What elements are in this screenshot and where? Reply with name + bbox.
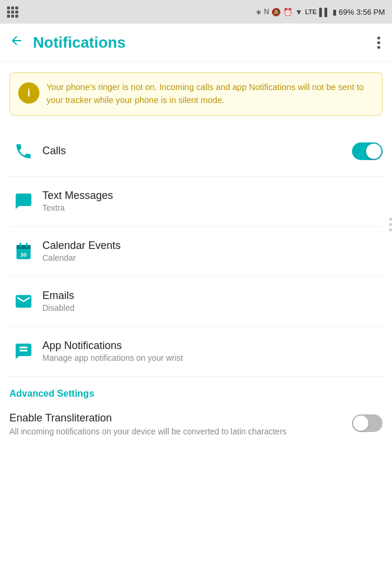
battery-percent: 69% <box>339 8 354 16</box>
signal-icon: ▌▌ <box>319 8 330 16</box>
text-messages-subtitle: Textra <box>42 203 383 212</box>
n-icon: N <box>264 8 270 16</box>
back-button[interactable] <box>9 34 24 51</box>
calls-title: Calls <box>42 145 352 157</box>
scrollbar-dot <box>389 223 392 226</box>
transliteration-title: Enable Transliteration <box>9 412 343 424</box>
svg-text:30: 30 <box>21 252 26 258</box>
scrollbar-dot <box>389 228 392 231</box>
calls-icon <box>9 137 38 165</box>
emails-subtitle: Disabled <box>42 303 383 313</box>
transliteration-subtitle: All incoming notifications on your devic… <box>9 426 343 438</box>
warning-banner: i Your phone's ringer is not on. Incomin… <box>9 72 383 116</box>
battery-icon: ▮ <box>333 8 337 16</box>
calls-toggle-thumb <box>366 144 381 159</box>
emails-icon <box>9 287 38 315</box>
app-bar: Notifications <box>0 24 392 62</box>
bluetooth-icon: ∗ <box>255 8 262 16</box>
app-notifications-title: App Notifications <box>42 340 383 352</box>
info-icon: i <box>18 82 39 104</box>
settings-list: Calls Text Messages Textra 30 <box>0 127 392 377</box>
text-messages-content: Text Messages Textra <box>38 190 383 212</box>
svg-rect-1 <box>16 245 31 249</box>
app-notifications-icon <box>9 337 38 366</box>
scrollbar-dot <box>389 218 392 221</box>
text-messages-item[interactable]: Text Messages Textra <box>9 177 383 227</box>
transliteration-toggle[interactable] <box>352 414 383 432</box>
alarm-icon: ⏰ <box>283 8 293 16</box>
calls-toggle-container <box>352 142 383 160</box>
advanced-settings-section: Advanced Settings Enable Transliteration… <box>0 377 392 443</box>
calendar-events-subtitle: Calendar <box>42 253 383 263</box>
grid-icon <box>7 6 18 18</box>
more-options-button[interactable] <box>375 34 383 51</box>
emails-content: Emails Disabled <box>38 290 383 313</box>
transliteration-toggle-thumb <box>353 416 368 431</box>
calendar-events-content: Calendar Events Calendar <box>38 240 383 263</box>
warning-text: Your phone's ringer is not on. Incoming … <box>46 81 374 107</box>
calls-item[interactable]: Calls <box>9 127 383 177</box>
status-left <box>7 6 18 18</box>
calendar-events-title: Calendar Events <box>42 240 383 252</box>
lte-label: LTE <box>305 8 317 15</box>
transliteration-text: Enable Transliteration All incoming noti… <box>9 412 352 438</box>
emails-title: Emails <box>42 290 383 302</box>
clock: 3:56 PM <box>357 8 385 16</box>
emails-item[interactable]: Emails Disabled <box>9 277 383 327</box>
advanced-settings-title: Advanced Settings <box>9 388 383 399</box>
calendar-events-icon: 30 <box>9 237 38 265</box>
calls-toggle[interactable] <box>352 142 383 160</box>
page-title: Notifications <box>33 34 375 52</box>
app-notifications-item[interactable]: App Notifications Manage app notificatio… <box>9 327 383 377</box>
transliteration-toggle-container <box>352 412 383 432</box>
app-notifications-subtitle: Manage app notifications on your wrist <box>42 353 383 363</box>
text-messages-title: Text Messages <box>42 190 383 202</box>
wifi-icon: ▼ <box>295 8 303 16</box>
calendar-events-item[interactable]: 30 Calendar Events Calendar <box>9 227 383 277</box>
scrollbar <box>388 218 392 231</box>
transliteration-item[interactable]: Enable Transliteration All incoming noti… <box>9 407 383 443</box>
mute-icon: 🔕 <box>271 8 281 16</box>
text-messages-icon <box>9 187 38 215</box>
calls-content: Calls <box>38 145 352 157</box>
status-bar: ∗ N 🔕 ⏰ ▼ LTE ▌▌ ▮ 69% 3:56 PM <box>0 0 392 24</box>
app-notifications-content: App Notifications Manage app notificatio… <box>38 340 383 363</box>
status-right: ∗ N 🔕 ⏰ ▼ LTE ▌▌ ▮ 69% 3:56 PM <box>255 8 385 16</box>
